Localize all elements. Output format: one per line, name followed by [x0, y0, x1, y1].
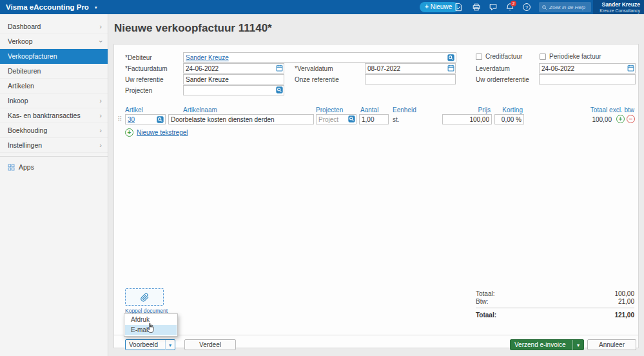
sidebar-item-instellingen[interactable]: Instellingen: [0, 138, 108, 153]
debiteur-link[interactable]: Sander Kreuze: [186, 54, 229, 61]
lookup-icon[interactable]: [276, 86, 283, 94]
lookup-icon[interactable]: [348, 115, 355, 123]
sidebar-item-label: Artikelen: [8, 82, 34, 90]
help-search-input[interactable]: [549, 5, 589, 10]
artikel-field: 30: [125, 114, 166, 124]
verzend-button-label: Verzend e-invoice: [514, 341, 566, 348]
btw-label: Btw:: [476, 298, 488, 305]
uw-orderreferentie-label: Uw orderreferentie: [476, 76, 529, 83]
lookup-icon[interactable]: [447, 54, 454, 61]
uw-orderreferentie-input[interactable]: [539, 74, 636, 84]
sidebar-item-verkoopfacturen[interactable]: Verkoopfacturen: [0, 49, 108, 64]
document-check-icon[interactable]: [451, 0, 466, 14]
menu-item-afdruk[interactable]: Afdruk: [125, 315, 177, 325]
attach-dropzone[interactable]: [125, 288, 164, 306]
uw-referentie-label: Uw referentie: [125, 76, 163, 83]
printer-icon[interactable]: [469, 0, 484, 14]
projecten-field: [183, 85, 284, 95]
chevron-down-icon[interactable]: [572, 340, 580, 350]
sidebar-item-debiteuren[interactable]: Debiteuren: [0, 64, 108, 79]
sidebar-item-kas-en-banktransacties[interactable]: Kas- en banktransacties: [0, 108, 108, 123]
drag-handle-icon[interactable]: ⠿: [117, 115, 122, 123]
annuleer-button[interactable]: Annuleer: [587, 339, 636, 350]
sidebar-divider: [0, 156, 108, 157]
uw-referentie-input[interactable]: [183, 74, 284, 84]
verzend-e-invoice-button[interactable]: Verzend e-invoice: [510, 339, 584, 350]
periodieke-factuur-checkbox[interactable]: Periodieke factuur: [540, 53, 601, 60]
artikel-link[interactable]: 30: [128, 116, 135, 123]
nieuwe-tekstregel-link[interactable]: Nieuwe tekstregel: [125, 128, 188, 137]
row-total-value: 100,00: [592, 116, 612, 123]
user-name: Sander Kreuze: [593, 1, 640, 8]
projecten-label: Projecten: [125, 87, 152, 94]
prijs-input[interactable]: [442, 114, 492, 124]
column-header-eenheid: Eenheid: [393, 106, 416, 114]
debiteur-label: *Debiteur: [125, 54, 152, 61]
calendar-icon[interactable]: [627, 64, 634, 72]
creditfactuur-checkbox[interactable]: Creditfactuur: [476, 53, 522, 60]
remove-row-icon[interactable]: [627, 115, 635, 123]
sidebar-item-dashboard[interactable]: Dashboard: [0, 19, 108, 34]
sidebar-item-boekhouding[interactable]: Boekhouding: [0, 123, 108, 138]
sidebar-item-label: Debiteuren: [8, 67, 41, 75]
leverdatum-input[interactable]: [539, 63, 636, 74]
search-icon: [542, 5, 547, 10]
leverdatum-label: Leverdatum: [476, 65, 510, 72]
checkbox-icon[interactable]: [476, 54, 482, 60]
column-header-projecten: Projecten: [316, 106, 343, 114]
totals-divider: [476, 308, 634, 308]
checkbox-icon[interactable]: [540, 54, 546, 60]
onze-referentie-label: Onze referentie: [295, 76, 339, 83]
sidebar-item-apps[interactable]: Apps: [0, 160, 108, 175]
chevron-right-icon: [99, 123, 102, 138]
debiteur-field: Sander Kreuze: [183, 52, 456, 63]
plus-icon: [125, 128, 133, 137]
sidebar-item-label: Dashboard: [8, 23, 41, 30]
chevron-right-icon: [99, 19, 102, 34]
add-row-icon[interactable]: [616, 115, 625, 123]
calendar-icon[interactable]: [447, 64, 454, 72]
voorbeeld-button[interactable]: Voorbeeld: [125, 339, 175, 350]
plus-icon: [425, 3, 429, 12]
app-switcher[interactable]: Visma eAccounting Pro: [6, 0, 97, 14]
onze-referentie-input[interactable]: [365, 74, 456, 84]
verdeel-button[interactable]: Verdeel: [184, 339, 236, 350]
chevron-right-icon: [99, 138, 102, 153]
sidebar-item-label: Instellingen: [8, 141, 42, 149]
projecten-input[interactable]: [183, 85, 284, 95]
korting-input[interactable]: [494, 114, 524, 124]
nieuwe-button-label: Nieuwe: [431, 3, 452, 12]
sidebar-item-inkoop[interactable]: Inkoop: [0, 94, 108, 108]
svg-text:?: ?: [525, 5, 528, 10]
factuurdatum-input[interactable]: [183, 63, 284, 74]
vervaldatum-label: *Vervaldatum: [295, 65, 333, 72]
paperclip-icon: [140, 292, 150, 302]
column-header-korting: Korting: [502, 106, 523, 114]
sidebar-item-verkoop[interactable]: Verkoop: [0, 34, 108, 49]
verdeel-button-label: Verdeel: [199, 341, 221, 348]
column-header-aantal: Aantal: [360, 106, 378, 114]
column-header-artikelnaam: Artikelnaam: [183, 106, 217, 114]
sidebar-item-label: Kas- en banktransacties: [8, 112, 81, 119]
eenheid-value: st.: [393, 116, 400, 123]
chat-icon[interactable]: [485, 0, 501, 14]
chevron-down-icon: [93, 40, 108, 43]
total-value: 121,00: [614, 312, 634, 319]
projecten-row-field: [316, 114, 356, 124]
total-label: Totaal:: [476, 312, 496, 319]
user-menu[interactable]: Sander Kreuze Kreuze Consultancy: [593, 0, 644, 14]
help-icon[interactable]: ?: [519, 0, 534, 14]
sidebar-item-label: Verkoopfacturen: [8, 52, 57, 60]
page-title: Nieuwe verkoopfactuur 11140*: [114, 22, 272, 35]
notifications-bell-icon[interactable]: 2: [502, 0, 518, 14]
chevron-down-icon[interactable]: [165, 340, 171, 350]
artikelnaam-input[interactable]: [168, 114, 314, 124]
calendar-icon[interactable]: [276, 64, 283, 72]
aantal-input[interactable]: [359, 114, 389, 124]
lookup-icon[interactable]: [157, 116, 164, 123]
factuurdatum-field: [183, 63, 284, 74]
subtotal-value: 100,00: [614, 290, 634, 297]
sidebar-item-artikelen[interactable]: Artikelen: [0, 79, 108, 94]
menu-item-email[interactable]: E-mail: [125, 325, 177, 335]
vervaldatum-input[interactable]: [365, 63, 456, 74]
